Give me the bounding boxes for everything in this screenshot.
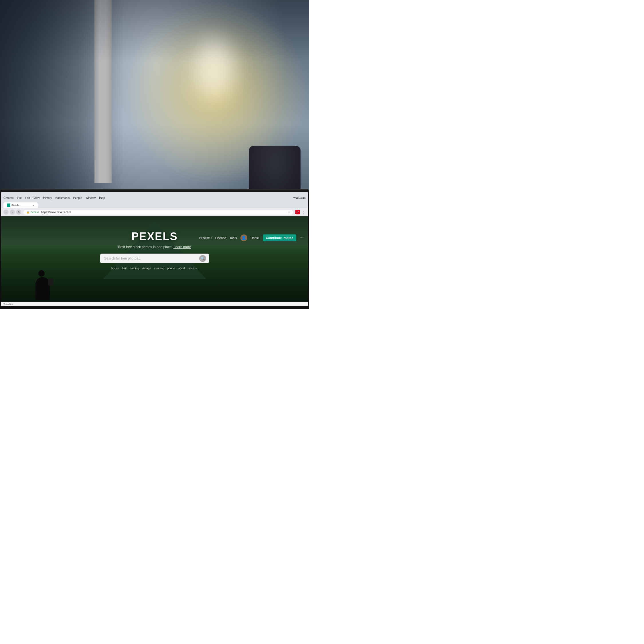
pexels-website: Browse ▾ License Tools 👤 Daniel Contribu… <box>1 216 308 306</box>
bookmark-icon[interactable]: ☆ <box>288 211 290 214</box>
status-bar: Searches <box>1 302 308 306</box>
suggestion-phone[interactable]: phone <box>167 267 175 270</box>
forward-button[interactable]: › <box>10 210 15 215</box>
browser-top-bar: Chrome File Edit View History Bookmarks … <box>3 194 306 202</box>
search-suggestions: house blur training vintage meeting phon… <box>111 267 198 270</box>
menu-window[interactable]: Window <box>86 196 96 199</box>
nav-more-button[interactable]: ··· <box>300 235 303 240</box>
monitor-bezel: Chrome File Edit View History Bookmarks … <box>0 189 309 309</box>
ext-pinterest[interactable]: P <box>295 210 300 214</box>
suggestion-vintage[interactable]: vintage <box>142 267 151 270</box>
menu-file[interactable]: File <box>17 196 22 199</box>
hero-person-silhouette <box>35 277 50 300</box>
ext-chrome-more[interactable]: ⋮ <box>301 210 306 214</box>
status-text: Searches <box>3 303 13 305</box>
window-light <box>185 29 243 109</box>
learn-more-link[interactable]: Learn more <box>173 245 191 249</box>
suggestion-blur[interactable]: blur <box>122 267 127 270</box>
browser-menu: Chrome File Edit View History Bookmarks … <box>3 196 105 199</box>
person-body <box>35 277 50 300</box>
tab-favicon <box>7 204 10 207</box>
browser-chrome: Chrome File Edit View History Bookmarks … <box>1 192 308 208</box>
address-bar-icons: ☆ <box>288 211 290 214</box>
menu-chrome[interactable]: Chrome <box>3 196 14 199</box>
address-bar[interactable]: 🔒 Secure https://www.pexels.com ☆ <box>23 210 293 215</box>
menu-people[interactable]: People <box>73 196 82 199</box>
secure-label: Secure <box>31 211 39 214</box>
monitor: Chrome File Edit View History Bookmarks … <box>0 189 309 309</box>
person-backpack <box>48 278 53 286</box>
monitor-screen: Chrome File Edit View History Bookmarks … <box>1 192 308 306</box>
pexels-hero: Browse ▾ License Tools 👤 Daniel Contribu… <box>1 216 308 306</box>
menu-history[interactable]: History <box>43 196 52 199</box>
refresh-button[interactable]: ↻ <box>16 210 21 215</box>
toolbar-extensions: P ⋮ <box>295 210 306 214</box>
suggestion-house[interactable]: house <box>111 267 119 270</box>
pexels-tagline: Best free stock photos in one place. Lea… <box>118 245 191 249</box>
menu-view[interactable]: View <box>33 196 40 199</box>
browser-tab-pexels[interactable]: Pexels × <box>3 202 38 208</box>
secure-icon: 🔒 <box>26 211 29 214</box>
address-bar-row: ‹ › ↻ 🔒 Secure https://www.pexels.com ☆ … <box>1 208 308 216</box>
back-button[interactable]: ‹ <box>3 210 9 215</box>
user-avatar: 👤 <box>240 234 247 241</box>
nav-tools[interactable]: Tools <box>230 236 237 240</box>
search-bar[interactable]: Search for free photos... <box>100 254 209 263</box>
tab-title: Pexels <box>11 204 19 207</box>
suggestion-meeting[interactable]: meeting <box>154 267 164 270</box>
suggestion-training[interactable]: training <box>130 267 139 270</box>
nav-browse[interactable]: Browse ▾ <box>199 236 212 240</box>
search-placeholder: Search for free photos... <box>104 256 141 260</box>
contribute-photos-button[interactable]: Contribute Photos <box>263 234 296 241</box>
address-url: https://www.pexels.com <box>41 211 71 214</box>
pexels-nav: Browse ▾ License Tools 👤 Daniel Contribu… <box>1 232 308 244</box>
search-icon[interactable]: 🔍 <box>199 255 206 262</box>
nav-license[interactable]: License <box>215 236 226 240</box>
tab-bar: Pexels × <box>3 202 306 208</box>
tab-close-button[interactable]: × <box>33 204 34 207</box>
system-time: Wed 16:15 <box>293 196 306 199</box>
search-container: Search for free photos... 🔍 <box>100 254 209 263</box>
menu-bookmarks[interactable]: Bookmarks <box>56 196 70 199</box>
menu-help[interactable]: Help <box>99 196 105 199</box>
suggestion-wood[interactable]: wood <box>178 267 185 270</box>
nav-username[interactable]: Daniel <box>251 236 260 240</box>
suggestion-more[interactable]: more → <box>187 267 198 270</box>
system-icons: Wed 16:15 <box>293 196 306 199</box>
person-head <box>38 270 45 276</box>
nav-buttons: ‹ › ↻ <box>3 210 21 215</box>
chevron-down-icon: ▾ <box>211 237 212 239</box>
menu-edit[interactable]: Edit <box>25 196 30 199</box>
